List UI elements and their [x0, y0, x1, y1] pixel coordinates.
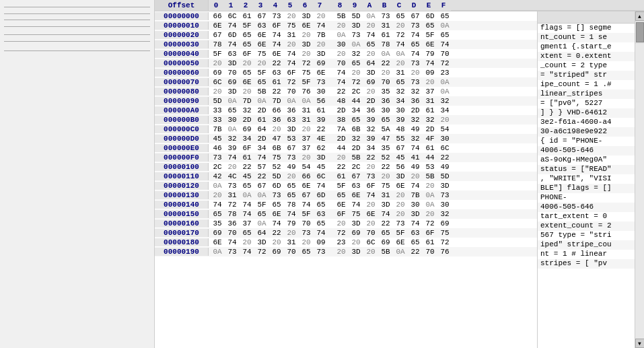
hex-cell[interactable]: 6E: [210, 238, 225, 246]
hex-cell[interactable]: 74: [299, 201, 314, 209]
hex-cell[interactable]: 74: [225, 22, 240, 30]
hex-cell[interactable]: 0A: [210, 182, 225, 190]
hex-cell[interactable]: 61: [240, 12, 254, 20]
hex-cell[interactable]: 73: [363, 172, 378, 180]
hex-cell[interactable]: 7B: [408, 191, 423, 199]
table-row[interactable]: 00000150657874656E745F636F756E74203D2032: [155, 209, 537, 219]
table-row[interactable]: 000000D04532342D4753374E2D32394755324F30: [155, 134, 537, 143]
table-row[interactable]: 000001900A73747269706573203D205B0A227076: [155, 247, 537, 256]
hex-cell[interactable]: 65: [254, 78, 269, 86]
hex-cell[interactable]: 53: [423, 163, 437, 171]
hex-cell[interactable]: 20: [269, 238, 284, 246]
hex-cell[interactable]: 37: [423, 88, 437, 96]
hex-cell[interactable]: 72: [334, 229, 349, 237]
hex-cell[interactable]: 73: [408, 78, 423, 86]
hex-cell[interactable]: 6E: [269, 50, 284, 58]
hex-cell[interactable]: 20: [299, 238, 314, 246]
hex-cell[interactable]: 67: [393, 144, 408, 152]
hex-cell[interactable]: 0A: [363, 12, 378, 20]
hex-cell[interactable]: 74: [314, 229, 328, 237]
hex-cell[interactable]: 3D: [299, 40, 314, 48]
hex-cell[interactable]: 69: [269, 248, 284, 256]
hex-cell[interactable]: 65: [225, 106, 240, 114]
hex-cell[interactable]: 20: [240, 88, 254, 96]
hex-cell[interactable]: 65: [349, 116, 363, 124]
hex-cell[interactable]: 63: [254, 22, 269, 30]
hex-cell[interactable]: 74: [240, 248, 254, 256]
hex-cell[interactable]: 65: [393, 78, 408, 86]
table-row[interactable]: 00000050203D2020227472697065642220737472: [155, 59, 537, 68]
hex-cell[interactable]: 44: [349, 97, 363, 105]
hex-cell[interactable]: 30: [334, 40, 349, 48]
hex-cell[interactable]: 39: [314, 116, 328, 124]
hex-cell[interactable]: 4C: [225, 172, 240, 180]
hex-cell[interactable]: 6E: [240, 78, 254, 86]
hex-cell[interactable]: 20: [393, 191, 408, 199]
hex-cell[interactable]: 20: [314, 40, 328, 48]
hex-cell[interactable]: 22: [408, 248, 423, 256]
hex-cell[interactable]: 6E: [314, 69, 328, 77]
hex-cell[interactable]: 74: [314, 22, 328, 30]
hex-cell[interactable]: 32: [437, 97, 452, 105]
hex-cell[interactable]: 54: [437, 125, 452, 133]
hex-cell[interactable]: 6E: [210, 22, 225, 30]
hex-cell[interactable]: 20: [334, 50, 349, 58]
hex-cell[interactable]: 65: [378, 229, 393, 237]
hex-cell[interactable]: 64: [254, 229, 269, 237]
hex-cell[interactable]: 41: [408, 153, 423, 162]
hex-cell[interactable]: 0A: [254, 191, 269, 199]
hex-cell[interactable]: 0A: [393, 248, 408, 256]
hex-cell[interactable]: 75: [378, 182, 393, 190]
hex-cell[interactable]: 36: [284, 106, 299, 114]
hex-cell[interactable]: 75: [437, 229, 452, 237]
hex-cell[interactable]: 30: [314, 88, 328, 96]
hex-cell[interactable]: 69: [363, 78, 378, 86]
hex-cell[interactable]: 5F: [299, 210, 314, 218]
hex-cell[interactable]: 34: [437, 106, 452, 114]
hex-cell[interactable]: 20: [240, 238, 254, 246]
hex-cell[interactable]: 73: [393, 219, 408, 228]
hex-cell[interactable]: 48: [334, 97, 349, 105]
hex-cell[interactable]: 6E: [269, 210, 284, 218]
hex-cell[interactable]: 31: [299, 106, 314, 114]
hex-cell[interactable]: 74: [225, 153, 240, 162]
hex-cell[interactable]: 65: [349, 59, 363, 67]
hex-cell[interactable]: 20: [284, 12, 299, 20]
hex-cell[interactable]: 6E: [349, 191, 363, 199]
hex-cell[interactable]: 0A: [437, 88, 452, 96]
hex-cell[interactable]: 61: [378, 31, 393, 39]
hex-cell[interactable]: 0A: [299, 97, 314, 105]
hex-cell[interactable]: 5F: [254, 69, 269, 77]
hex-cell[interactable]: 67: [408, 12, 423, 20]
hex-cell[interactable]: 72: [349, 78, 363, 86]
hex-cell[interactable]: 67: [349, 172, 363, 180]
hex-cell[interactable]: 65: [393, 12, 408, 20]
hex-cell[interactable]: 72: [284, 78, 299, 86]
hex-cell[interactable]: 22: [378, 59, 393, 67]
hex-cell[interactable]: 5F: [210, 50, 225, 58]
hex-cell[interactable]: 45: [210, 135, 225, 143]
hex-cell[interactable]: 39: [393, 116, 408, 124]
table-row[interactable]: 000000E046396F346B673762442D34356774616C: [155, 143, 537, 153]
hex-cell[interactable]: 20: [299, 50, 314, 58]
hex-cell[interactable]: 5D: [349, 12, 363, 20]
hex-cell[interactable]: 73: [378, 12, 393, 20]
hex-cell[interactable]: 20: [240, 59, 254, 67]
hex-cell[interactable]: 73: [314, 248, 328, 256]
hex-cell[interactable]: 5F: [423, 31, 437, 39]
hex-cell[interactable]: 73: [225, 182, 240, 190]
hex-cell[interactable]: 36: [378, 97, 393, 105]
hex-cell[interactable]: 65: [240, 40, 254, 48]
hex-cell[interactable]: 74: [254, 153, 269, 162]
hex-cell[interactable]: 0A: [393, 50, 408, 58]
hex-cell[interactable]: 69: [437, 219, 452, 228]
hex-cell[interactable]: 44: [334, 144, 349, 152]
table-row[interactable]: 000001002C20225752495445222C202256495349: [155, 162, 537, 172]
hex-cell[interactable]: 74: [225, 238, 240, 246]
hex-cell[interactable]: 2D: [334, 135, 349, 143]
hex-cell[interactable]: 67: [254, 12, 269, 20]
hex-cell[interactable]: 22: [334, 163, 349, 171]
hex-cell[interactable]: 4F: [423, 135, 437, 143]
hex-cell[interactable]: 6C: [314, 172, 328, 180]
hex-cell[interactable]: 20: [269, 125, 284, 133]
